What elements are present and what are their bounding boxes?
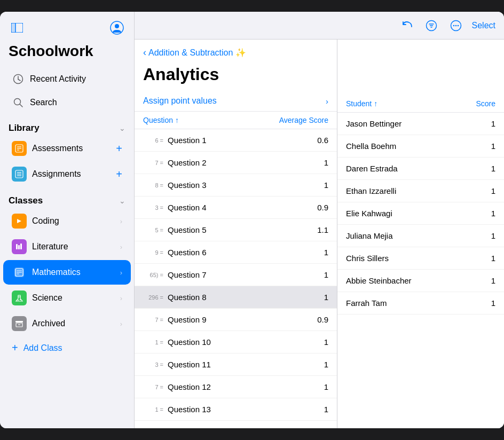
svg-line-7 xyxy=(18,80,20,81)
sidebar-item-mathematics[interactable]: Mathematics › xyxy=(3,260,131,285)
back-label: Addition & Subtraction ✨ xyxy=(148,48,246,58)
sidebar-item-assignments[interactable]: Assignments + xyxy=(3,162,131,186)
literature-icon xyxy=(12,239,27,254)
assignments-label: Assignments xyxy=(32,169,81,179)
svg-point-42 xyxy=(453,25,454,26)
svg-point-31 xyxy=(18,300,19,301)
student-name: Daren Estrada xyxy=(346,164,398,173)
coding-icon xyxy=(12,214,27,229)
sidebar-item-recent-activity[interactable]: Recent Activity xyxy=(3,68,131,90)
question-label: Question xyxy=(143,116,173,124)
question-score: 1.1 xyxy=(312,225,328,234)
student-score: 1 xyxy=(491,298,495,308)
question-name: Question 8 xyxy=(168,293,312,302)
coding-label: Coding xyxy=(32,216,59,226)
question-name: Question 10 xyxy=(168,337,312,347)
student-score: 1 xyxy=(491,186,495,195)
student-row[interactable]: Daren Estrada 1 xyxy=(337,158,504,180)
svg-point-32 xyxy=(20,299,21,300)
sidebar-item-literature[interactable]: Literature › xyxy=(3,234,131,259)
science-icon xyxy=(12,290,27,305)
content-area: ‹ Addition & Subtraction ✨ Analytics Ass… xyxy=(135,40,504,428)
question-row[interactable]: 6 = Question 1 0.6 xyxy=(135,129,337,152)
avg-score-column-header: Average Score xyxy=(279,116,328,124)
question-score: 1 xyxy=(312,293,328,302)
sidebar-item-assessments[interactable]: Assessments + xyxy=(3,136,131,161)
question-prefix: 9 = xyxy=(143,249,168,256)
svg-rect-21 xyxy=(16,244,18,249)
question-row[interactable]: 5 = Question 5 1.1 xyxy=(135,219,337,241)
literature-label: Literature xyxy=(32,242,68,252)
question-row[interactable]: 65) = Question 7 1 xyxy=(135,264,337,286)
question-row[interactable]: 7 = Question 2 1 xyxy=(135,152,337,174)
question-name: Question 1 xyxy=(168,136,312,145)
sidebar-toggle-button[interactable] xyxy=(9,19,26,36)
svg-rect-0 xyxy=(11,23,15,33)
add-class-label: Add Class xyxy=(23,343,62,353)
sidebar-item-coding[interactable]: Coding › xyxy=(3,209,131,233)
more-button[interactable] xyxy=(447,17,464,34)
filter-button[interactable] xyxy=(423,17,440,34)
question-prefix: 3 = xyxy=(143,205,168,211)
select-button[interactable]: Select xyxy=(472,21,495,30)
question-score: 0.9 xyxy=(312,315,328,324)
add-class-button[interactable]: + Add Class xyxy=(3,337,131,359)
question-name: Question 7 xyxy=(168,270,312,279)
student-row[interactable]: Chella Boehm 1 xyxy=(337,135,504,158)
profile-button[interactable] xyxy=(108,19,125,36)
student-score: 1 xyxy=(491,142,495,151)
student-row[interactable]: Ethan Izzarelli 1 xyxy=(337,180,504,202)
student-name: Elie Kahwagi xyxy=(346,209,392,218)
sidebar-item-archived[interactable]: Archived › xyxy=(3,311,131,336)
app-title: Schoolwork xyxy=(0,41,134,67)
undo-button[interactable] xyxy=(398,17,415,34)
svg-rect-34 xyxy=(15,321,23,323)
assign-chevron-icon: › xyxy=(326,97,328,106)
svg-rect-22 xyxy=(18,245,20,249)
question-score: 1 xyxy=(312,382,328,391)
question-prefix: 8 = xyxy=(143,182,168,188)
question-prefix: 6 = xyxy=(143,137,168,144)
question-row[interactable]: 7 = Question 9 0.9 xyxy=(135,309,337,331)
panel-nav: ‹ Addition & Subtraction ✨ xyxy=(135,40,337,62)
question-row[interactable]: 296 = Question 8 1 xyxy=(135,286,337,309)
assign-point-values-row[interactable]: Assign point values › xyxy=(135,91,337,112)
question-name: Question 11 xyxy=(168,360,312,369)
student-row[interactable]: Jason Bettinger 1 xyxy=(337,113,504,135)
assignments-icon xyxy=(12,167,27,182)
student-row[interactable]: Chris Sillers 1 xyxy=(337,247,504,270)
add-assignment-button[interactable]: + xyxy=(116,168,122,180)
question-row[interactable]: 1 = Question 10 1 xyxy=(135,331,337,353)
student-name: Farrah Tam xyxy=(346,298,387,308)
question-score: 1 xyxy=(312,248,328,257)
question-prefix: 296 = xyxy=(143,294,168,301)
questions-panel: ‹ Addition & Subtraction ✨ Analytics Ass… xyxy=(135,40,337,428)
student-row[interactable]: Elie Kahwagi 1 xyxy=(337,202,504,225)
sidebar-item-search[interactable]: Search xyxy=(3,91,131,114)
question-score: 0.9 xyxy=(312,203,328,212)
add-assessment-button[interactable]: + xyxy=(116,143,122,155)
archived-label: Archived xyxy=(32,319,65,328)
student-row[interactable]: Farrah Tam 1 xyxy=(337,292,504,315)
science-label: Science xyxy=(32,293,62,303)
student-row[interactable]: Abbie Steinbacher 1 xyxy=(337,270,504,292)
mathematics-icon xyxy=(12,265,27,280)
student-row[interactable]: Juliana Mejia 1 xyxy=(337,225,504,247)
mathematics-chevron-icon: › xyxy=(120,269,122,277)
question-row[interactable]: 9 = Question 6 1 xyxy=(135,241,337,264)
assessments-icon xyxy=(12,141,27,156)
student-name: Jason Bettinger xyxy=(346,119,401,128)
question-row[interactable]: 3 = Question 4 0.9 xyxy=(135,197,337,219)
question-name: Question 9 xyxy=(168,315,312,324)
student-name: Juliana Mejia xyxy=(346,231,393,240)
student-name: Chella Boehm xyxy=(346,142,396,151)
sidebar-item-science[interactable]: Science › xyxy=(3,286,131,310)
question-row[interactable]: 1 = Question 13 1 xyxy=(135,398,337,421)
question-row[interactable]: 3 = Question 11 1 xyxy=(135,353,337,376)
back-button[interactable]: ‹ Addition & Subtraction ✨ xyxy=(143,47,246,58)
mathematics-label: Mathematics xyxy=(32,268,81,277)
question-row[interactable]: 8 = Question 3 1 xyxy=(135,174,337,197)
question-row[interactable]: 7 = Question 12 1 xyxy=(135,376,337,398)
questions-header: Question ↑ Average Score xyxy=(135,112,337,129)
classes-chevron-icon: ⌄ xyxy=(119,197,125,205)
